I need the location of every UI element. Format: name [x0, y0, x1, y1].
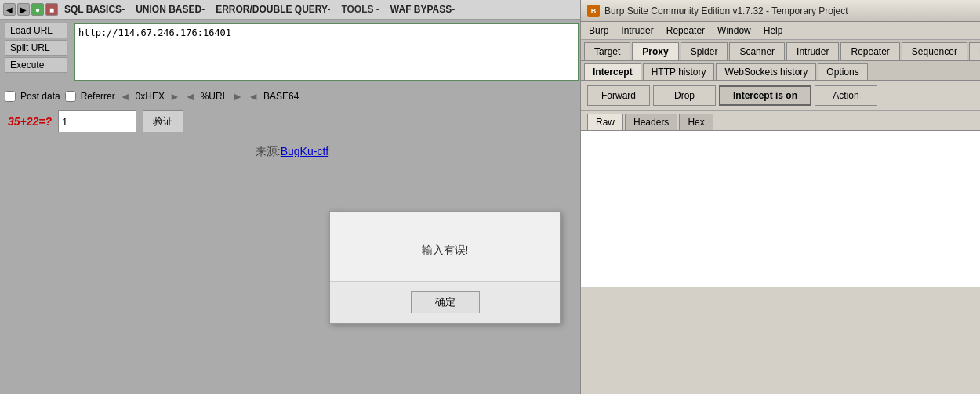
tab-options[interactable]: Options [818, 63, 867, 80]
hex-arrow-right: ► [169, 90, 180, 103]
load-url-button[interactable]: Load URL [5, 23, 67, 38]
action-button[interactable]: Action [815, 85, 877, 106]
captcha-label: 35+22=? [8, 115, 52, 128]
tab-hex[interactable]: Hex [679, 114, 713, 130]
left-panel: ◀ ▶ ● ■ SQL BASICS- UNION BASED- ERROR/D… [0, 0, 584, 394]
drop-button[interactable]: Drop [653, 85, 716, 106]
burp-titlebar: B Burp Suite Community Edition v1.7.32 -… [581, 0, 980, 22]
captcha-row: 35+22=? 验证 [0, 106, 584, 137]
forward-btn[interactable]: ▶ [17, 3, 30, 16]
tab-intercept[interactable]: Intercept [584, 63, 641, 80]
url-arrow-right: ► [232, 90, 243, 103]
proxy-sub-tabs: Intercept HTTP history WebSockets histor… [581, 61, 980, 81]
encoder-toolbar: Post data Referrer ◄ 0xHEX ► ◄ %URL ► ◄ … [0, 87, 584, 106]
burp-menu-help[interactable]: Help [759, 23, 788, 38]
tab-headers[interactable]: Headers [625, 114, 677, 130]
burp-panel: B Burp Suite Community Edition v1.7.32 -… [580, 0, 980, 394]
burp-main-tabs: Target Proxy Spider Scanner Intruder Rep… [581, 40, 980, 61]
url-input-area: http://114.67.246.176:16401 [74, 23, 579, 84]
url-sidebar: Load URL Split URL Execute [5, 23, 67, 73]
url-section: Load URL Split URL Execute http://114.67… [0, 20, 584, 87]
top-toolbar: ◀ ▶ ● ■ SQL BASICS- UNION BASED- ERROR/D… [0, 0, 584, 20]
referrer-checkbox[interactable] [65, 91, 76, 102]
intercept-on-button[interactable]: Intercept is on [719, 85, 811, 106]
menu-union-based[interactable]: UNION BASED- [131, 4, 209, 15]
burp-content-area [581, 131, 980, 287]
tab-http-history[interactable]: HTTP history [643, 63, 715, 80]
tab-repeater[interactable]: Repeater [840, 42, 899, 60]
tab-decoder[interactable]: Decoder [969, 42, 980, 60]
view-tabs: Raw Headers Hex [581, 111, 980, 131]
intercept-buttons: Forward Drop Intercept is on Action [581, 81, 980, 111]
source-prefix: 来源: [256, 145, 281, 157]
captcha-verify-button[interactable]: 验证 [143, 110, 183, 132]
menu-error-double[interactable]: ERROR/DOUBLE QUERY- [211, 4, 335, 15]
url-arrow-left: ◄ [185, 90, 196, 103]
tab-websockets-history[interactable]: WebSockets history [716, 63, 816, 80]
tab-target[interactable]: Target [584, 42, 630, 60]
burp-menubar: Burp Intruder Repeater Window Help [581, 22, 980, 40]
menu-sql-basics[interactable]: SQL BASICS- [60, 4, 129, 15]
dialog-body: 输入有误! [330, 212, 560, 282]
source-link[interactable]: BugKu-ctf [281, 145, 328, 157]
split-url-button[interactable]: Split URL [5, 40, 67, 56]
referrer-label: Referrer [81, 91, 115, 102]
dialog-ok-button[interactable]: 确定 [411, 291, 480, 313]
base64-label: BASE64 [263, 91, 299, 102]
tab-spider[interactable]: Spider [681, 42, 728, 60]
tab-proxy[interactable]: Proxy [632, 42, 678, 60]
burp-menu-repeater[interactable]: Repeater [662, 23, 710, 38]
burp-menu-intruder[interactable]: Intruder [616, 23, 658, 38]
dialog-message: 输入有误! [422, 244, 469, 256]
tab-scanner[interactable]: Scanner [729, 42, 785, 60]
menu-tools[interactable]: TOOLS - [336, 4, 383, 15]
burp-menu-burp[interactable]: Burp [584, 23, 613, 38]
tab-sequencer[interactable]: Sequencer [902, 42, 967, 60]
hex-label: 0xHEX [136, 91, 165, 102]
tab-intruder[interactable]: Intruder [786, 42, 839, 60]
execute-button[interactable]: Execute [5, 57, 67, 73]
dialog-footer: 确定 [330, 282, 560, 323]
post-data-label: Post data [20, 91, 60, 102]
url-textbox[interactable]: http://114.67.246.176:16401 [74, 23, 579, 81]
captcha-input[interactable] [58, 110, 136, 132]
tab-raw[interactable]: Raw [587, 114, 623, 130]
burp-title: Burp Suite Community Edition v1.7.32 - T… [604, 5, 848, 16]
burp-menu-window[interactable]: Window [713, 23, 756, 38]
stop-btn[interactable]: ■ [45, 3, 58, 16]
base64-arrow-left: ◄ [248, 90, 259, 103]
source-text: 来源:BugKu-ctf [0, 137, 584, 167]
post-data-checkbox[interactable] [5, 91, 16, 102]
menu-waf-bypass[interactable]: WAF BYPASS- [386, 4, 459, 15]
go-btn[interactable]: ● [31, 3, 44, 16]
forward-button[interactable]: Forward [587, 85, 650, 106]
url-label: %URL [201, 91, 228, 102]
back-btn[interactable]: ◀ [3, 3, 16, 16]
hex-arrow-left: ◄ [120, 90, 131, 103]
error-dialog: 输入有误! 确定 [329, 211, 561, 324]
burp-logo: B [587, 5, 600, 17]
